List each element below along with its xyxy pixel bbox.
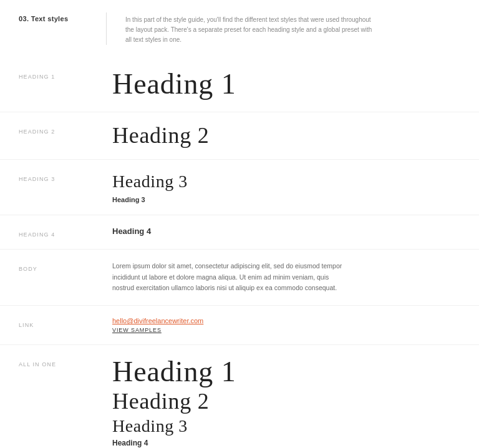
style-label-h1: HEADING 1 [19, 69, 112, 80]
style-label-h3: HEADING 3 [19, 171, 112, 182]
top-bar: 03. Text styles In this part of the styl… [0, 0, 479, 45]
style-content-h2: Heading 2 [112, 124, 460, 149]
section-number: 03. [19, 15, 29, 22]
heading3-sub: Heading 3 [112, 196, 460, 203]
style-row-body: BODY Lorem ipsum dolor sit amet, consect… [0, 250, 479, 306]
style-content-h3: Heading 3 Heading 3 [112, 171, 460, 203]
all-heading1: Heading 1 [112, 356, 460, 388]
style-content-link: hello@divifreelancewriter.com VIEW SAMPL… [112, 317, 460, 333]
heading3-display: Heading 3 [112, 171, 460, 192]
heading1-display: Heading 1 [112, 69, 460, 100]
style-content-h1: Heading 1 [112, 69, 460, 100]
style-row-h2: HEADING 2 Heading 2 [0, 112, 479, 160]
style-row-h4: HEADING 4 Heading 4 [0, 215, 479, 250]
intro-text: In this part of the style guide, you'll … [125, 12, 375, 45]
style-label-link: LINK [19, 317, 112, 328]
vertical-divider [106, 12, 107, 45]
all-heading4: Heading 4 [112, 439, 460, 447]
style-content-body: Lorem ipsum dolor sit amet, consectetur … [112, 261, 460, 295]
link-samples[interactable]: VIEW SAMPLES [112, 327, 460, 333]
link-email[interactable]: hello@divifreelancewriter.com [112, 317, 460, 324]
section-title: Text styles [31, 15, 69, 22]
style-content-all: Heading 1 Heading 2 Heading 3 Heading 4 … [112, 356, 460, 448]
style-row-h3: HEADING 3 Heading 3 Heading 3 [0, 160, 479, 215]
style-content-h4: Heading 4 [112, 226, 460, 236]
style-label-all: ALL IN ONE [19, 356, 112, 368]
style-label-h2: HEADING 2 [19, 124, 112, 135]
style-label-body: BODY [19, 261, 112, 272]
style-row-all: ALL IN ONE Heading 1 Heading 2 Heading 3… [0, 345, 479, 448]
body-text-display: Lorem ipsum dolor sit amet, consectetur … [112, 261, 349, 295]
style-row-h1: HEADING 1 Heading 1 [0, 57, 479, 112]
all-heading2: Heading 2 [112, 389, 460, 414]
heading4-display: Heading 4 [112, 226, 460, 236]
main-content: HEADING 1 Heading 1 HEADING 2 Heading 2 … [0, 45, 479, 448]
style-row-link: LINK hello@divifreelancewriter.com VIEW … [0, 306, 479, 345]
all-heading3: Heading 3 [112, 416, 460, 437]
style-label-h4: HEADING 4 [19, 226, 112, 238]
section-label: 03. Text styles [19, 12, 94, 22]
heading2-display: Heading 2 [112, 124, 460, 149]
